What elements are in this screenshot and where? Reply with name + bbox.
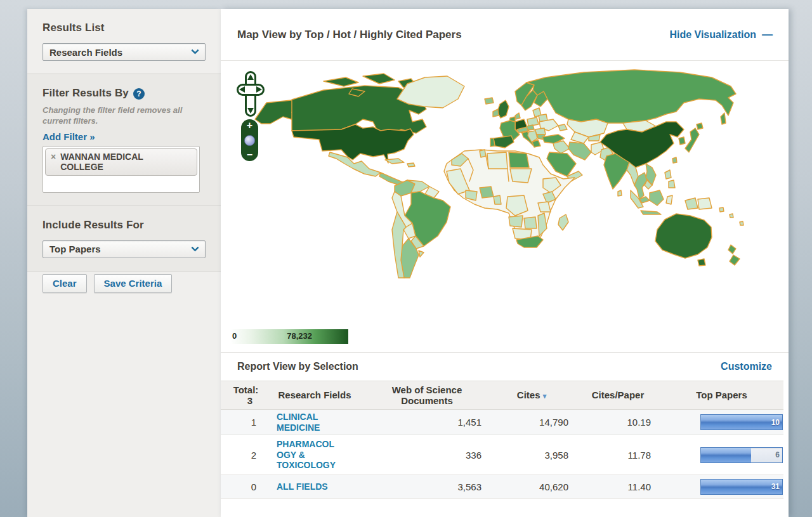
report-view-title: Report View by Selection <box>237 361 358 372</box>
cell-cites-per-paper: 10.19 <box>576 410 660 435</box>
cell-cites: 3,958 <box>487 435 576 475</box>
cell-top-papers: 10 <box>660 410 783 435</box>
top-papers-bar: 6 <box>700 447 783 463</box>
continent-south-america <box>392 180 450 278</box>
results-list-section: Results List Research Fields <box>27 9 221 74</box>
include-results-dropdown[interactable]: Top Papers <box>43 240 206 258</box>
column-header-research-fields[interactable]: Research Fields <box>263 381 367 410</box>
pan-left-arrow-icon[interactable] <box>239 86 245 93</box>
cell-research-field: PHARMACOLOGY & TOXICOLOGY <box>263 435 367 475</box>
cell-rank: 1 <box>221 410 263 435</box>
cell-research-field: CLINICAL MEDICINE <box>263 410 367 435</box>
cell-rank: 0 <box>221 475 263 499</box>
filter-results-section: Filter Results By ? Changing the filter … <box>27 74 221 206</box>
zoom-out-button[interactable]: − <box>247 150 252 160</box>
map-view: + − 0 78,232 <box>221 61 789 353</box>
cell-wos-documents: 1,451 <box>367 410 487 435</box>
main-panel: Map View by Top / Hot / Highly Cited Pap… <box>221 9 789 517</box>
chevron-down-icon <box>185 44 205 60</box>
column-header-wos-documents[interactable]: Web of Science Documents <box>367 381 487 410</box>
bar-value: 31 <box>771 482 780 491</box>
continent-oceania <box>655 207 743 266</box>
clear-button[interactable]: Clear <box>43 274 87 293</box>
bar-value: 10 <box>771 418 780 427</box>
column-header-top-papers[interactable]: Top Papers <box>660 381 783 410</box>
table-row: 2 PHARMACOLOGY & TOXICOLOGY 336 3,958 11… <box>221 435 783 475</box>
table-row: 1 CLINICAL MEDICINE 1,451 14,790 10.19 1… <box>221 410 783 435</box>
legend-max-label: 78,232 <box>287 331 312 341</box>
bar-value: 6 <box>775 450 780 459</box>
map-zoom-control: + − <box>241 119 258 161</box>
filter-sidebar: Results List Research Fields Filter Resu… <box>27 9 221 517</box>
table-row: 0 ALL FIELDS 3,563 40,620 11.40 31 <box>221 475 783 499</box>
sidebar-actions: Clear Save Criteria <box>27 272 221 306</box>
table-header-row: Total: 3 Research Fields Web of Science … <box>221 381 783 410</box>
report-table: Total: 3 Research Fields Web of Science … <box>221 381 783 499</box>
map-pan-control <box>237 71 265 117</box>
cell-cites: 14,790 <box>487 410 576 435</box>
chevron-down-icon <box>185 241 205 258</box>
column-header-cites[interactable]: Cites ▾ <box>487 381 576 410</box>
zoom-in-button[interactable]: + <box>247 121 252 131</box>
cell-cites-per-paper: 11.78 <box>576 435 660 475</box>
filter-results-heading: Filter Results By <box>43 87 129 100</box>
column-header-cites-per-paper[interactable]: Cites/Paper <box>576 381 660 410</box>
remove-filter-icon[interactable]: × <box>51 152 56 162</box>
report-view-header: Report View by Selection Customize <box>221 353 789 381</box>
cell-rank: 2 <box>221 435 263 475</box>
cell-wos-documents: 336 <box>367 435 487 475</box>
map-view-header: Map View by Top / Hot / Highly Cited Pap… <box>221 9 789 61</box>
hide-visualization-link[interactable]: Hide Visualization — <box>669 29 772 41</box>
top-papers-bar: 31 <box>700 479 783 495</box>
globe-reset-icon[interactable] <box>244 135 255 146</box>
results-list-dropdown[interactable]: Research Fields <box>43 43 206 61</box>
filter-note: Changing the filter field removes all cu… <box>43 105 198 127</box>
research-field-link[interactable]: PHARMACOLOGY & TOXICOLOGY <box>277 439 340 471</box>
include-results-section: Include Results For Top Papers <box>27 206 221 272</box>
include-results-heading: Include Results For <box>43 219 206 232</box>
help-icon[interactable]: ? <box>133 88 145 100</box>
filter-tag-label: WANNAN MEDICAL COLLEGE <box>60 152 155 172</box>
cell-cites-per-paper: 11.40 <box>576 475 660 499</box>
pan-up-arrow-icon[interactable] <box>247 74 254 80</box>
pan-right-arrow-icon[interactable] <box>256 86 262 93</box>
include-results-selected-value: Top Papers <box>43 244 185 254</box>
customize-link[interactable]: Customize <box>721 361 772 372</box>
results-list-selected-value: Research Fields <box>43 47 185 58</box>
active-filters-list: × WANNAN MEDICAL COLLEGE <box>43 146 200 193</box>
map-color-legend: 0 78,232 <box>230 329 348 344</box>
research-field-link[interactable]: CLINICAL MEDICINE <box>277 412 340 433</box>
column-header-total: Total: 3 <box>221 381 263 410</box>
cell-top-papers: 31 <box>660 475 783 499</box>
cell-cites: 40,620 <box>487 475 576 499</box>
collapse-icon: — <box>762 29 772 41</box>
research-field-link[interactable]: ALL FIELDS <box>277 481 340 492</box>
save-criteria-button[interactable]: Save Criteria <box>94 274 173 293</box>
world-choropleth-map[interactable] <box>228 63 787 325</box>
cell-research-field: ALL FIELDS <box>263 475 367 499</box>
filter-tag[interactable]: × WANNAN MEDICAL COLLEGE <box>45 148 197 176</box>
map-view-title: Map View by Top / Hot / Highly Cited Pap… <box>237 29 462 41</box>
cell-top-papers: 6 <box>660 435 783 475</box>
add-filter-link[interactable]: Add Filter » <box>43 131 95 142</box>
cell-wos-documents: 3,563 <box>367 475 487 499</box>
sort-descending-icon: ▾ <box>543 392 547 400</box>
legend-min-label: 0 <box>232 331 237 341</box>
results-list-heading: Results List <box>43 22 206 34</box>
pan-down-arrow-icon[interactable] <box>247 108 254 114</box>
top-papers-bar: 10 <box>700 414 783 430</box>
